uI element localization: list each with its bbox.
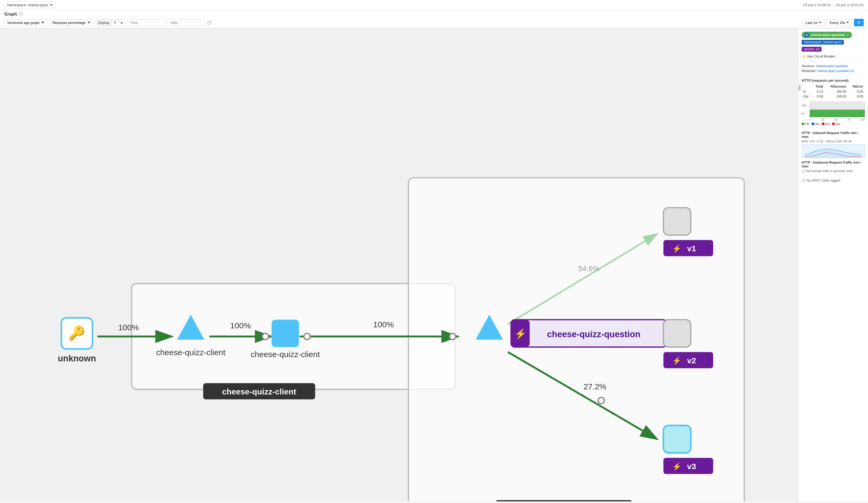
grpc-label: i No GRPC traffic logged. [802,179,865,183]
axis-labels: 0 25 50 75 100 [802,118,865,121]
namespace-label: Namespace: cheese-quizz [7,3,48,7]
display-arrow[interactable] [118,20,125,26]
svg-text:⚡: ⚡ [672,244,682,253]
chart-legend: OK 3xx 4xx 5xx [802,122,865,125]
help-icon[interactable]: ? [19,12,23,17]
chevron-down-icon [50,4,53,6]
v3-cyan-node [663,425,691,453]
refresh-button[interactable] [854,19,864,26]
svg-text:v1: v1 [687,244,696,253]
find-input[interactable] [127,19,165,26]
version-tag: version: v3 [802,47,822,52]
svg-text:cheese-quizz-client: cheese-quizz-client [250,350,320,359]
svg-text:⚡: ⚡ [672,462,682,471]
outbound-title: HTTP - Outbound Request Traffic min / ma… [802,161,865,168]
hide-input[interactable] [167,19,205,26]
inbound-sub: RPS: 0.07 / 0.20 , %Error 0.00 / 50.38 [802,140,865,143]
graph-type-dropdown[interactable]: Versioned app graph [4,19,47,26]
services-link[interactable]: cheese-quizz-question [816,64,848,68]
sidebar: Hide » A cheese-quizz-question ✓ Namespa… [798,29,868,501]
info-icon: i [802,169,805,173]
workload-row: Workload: cheese-quizz-question-v3 [802,69,865,73]
svg-point-11 [304,333,310,340]
node-badge-letter: A [804,32,809,37]
svg-point-19 [598,397,604,403]
client-square-node [271,320,299,347]
svg-text:⚡: ⚡ [514,328,527,340]
4xx-legend-dot [822,123,825,125]
metrics-row-out: Out 0.00 100.00 0.00 [802,94,865,99]
lightning-icon: ⚡ [802,54,806,59]
out-label: Out [802,104,810,107]
in-label: In [802,112,810,115]
svg-text:🔑: 🔑 [68,325,85,341]
hide-panel[interactable]: Hide » [798,82,803,93]
svg-text:54.6%: 54.6% [578,264,599,273]
svg-point-8 [262,333,269,340]
inbound-title: HTTP - Inbound Request Traffic min / max… [802,131,865,138]
namespace-tag: Namespace: cheese-quizz [802,40,844,44]
svg-text:⚡: ⚡ [672,356,682,365]
v1-outline-node [663,208,691,235]
v2-outline-node [663,320,691,347]
chevron-down-icon [846,22,849,23]
outbound-not-enough: i Not enough traffic to generate chart. [802,169,865,173]
svg-text:cheese-quizz-client: cheese-quizz-client [222,387,296,396]
svg-text:v2: v2 [687,356,696,365]
services-row: Services: cheese-quizz-question [802,64,865,68]
metrics-table: Total %Success %Error In 0.13 100.00 0.0… [802,84,865,99]
circuit-breaker-row: ⚡ Has Circuit Breaker [802,54,865,59]
5xx-legend-dot [832,123,835,125]
display-label: Display [96,20,112,26]
metrics-row-in: In 0.13 100.00 0.00 [802,89,865,94]
graph-area[interactable]: cheese-quizz-client cheese-quizz-questio… [0,29,798,501]
svg-point-12 [450,333,456,340]
out-bar [810,102,865,109]
in-bar [810,110,865,117]
svg-text:unknown: unknown [58,353,96,363]
svg-text:100%: 100% [230,321,251,330]
namespace-dropdown[interactable]: Namespace: cheese-quizz [4,2,55,8]
metric-dropdown[interactable]: Requests percentage [49,19,93,26]
display-group: Display 7 [96,19,126,26]
svg-text:100%: 100% [373,320,394,329]
svg-text:cheese-quizz-question: cheese-quizz-question [547,329,641,339]
display-value: 7 [112,20,118,26]
graph-svg: cheese-quizz-client cheese-quizz-questio… [0,29,798,501]
bar-chart-container: Out In 0 25 50 75 100 [802,102,865,125]
refresh-icon [857,20,861,25]
grpc-info-icon: i [802,179,805,183]
find-help-icon[interactable]: ? [207,20,211,25]
last-time-dropdown[interactable]: Last 1m [803,19,825,26]
chevron-down-icon [41,21,44,24]
http-title: HTTP (requests per second): [802,79,865,82]
inbound-chart [802,145,865,158]
svg-rect-3 [496,500,632,501]
every-time-dropdown[interactable]: Every 15s [827,19,852,26]
3xx-legend-dot [812,123,814,125]
chevron-down-icon [120,22,123,24]
node-badge: A cheese-quizz-question ✓ [802,32,852,38]
workload-link[interactable]: cheese-quizz-question-v3 [817,69,854,73]
svg-text:27.2%: 27.2% [583,382,607,391]
svg-text:cheese-quizz-client: cheese-quizz-client [156,348,225,357]
header-timestamp: 03 juin à 16:00:01 ... 03 juin à 16:01:0… [803,3,864,7]
svg-text:v3: v3 [687,462,696,471]
svg-text:100%: 100% [118,323,139,332]
chevron-down-icon [87,21,91,24]
ok-legend-dot [802,123,804,125]
page-title: Graph [4,12,17,17]
chevron-down-icon [819,22,822,23]
